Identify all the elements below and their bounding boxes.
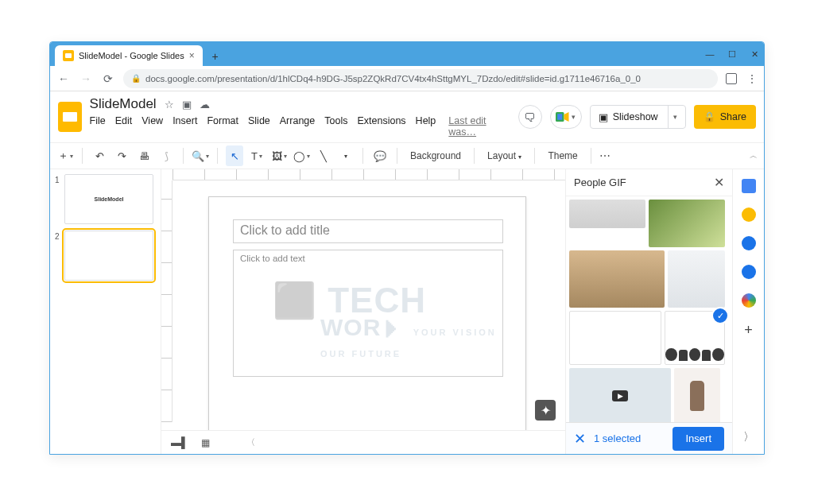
star-icon[interactable]: ☆ <box>165 99 174 110</box>
add-on-button[interactable]: + <box>744 322 753 339</box>
insert-label: Insert <box>685 432 711 444</box>
slideshow-dropdown[interactable]: ▾ <box>668 106 677 128</box>
paint-format-button[interactable]: ⟆ <box>157 145 175 166</box>
menu-insert[interactable]: Insert <box>172 115 197 138</box>
layout-button[interactable]: Layout ▾ <box>483 150 526 161</box>
menu-tools[interactable]: Tools <box>324 115 347 138</box>
line-tool[interactable]: ╲ <box>315 145 332 166</box>
print-button[interactable]: 🖶 <box>135 145 153 166</box>
share-button[interactable]: 🔒 Share <box>694 105 756 129</box>
ruler-horizontal <box>172 169 565 180</box>
insert-button[interactable]: Insert <box>673 427 724 451</box>
image-tool[interactable]: 🖼 <box>270 145 288 166</box>
filmstrip: 1 SlideModel 2 <box>50 169 161 454</box>
shape-tool[interactable]: ◯ <box>293 145 310 166</box>
slides-app: SlideModel ☆ ▣ ☁ File Edit View Insert F… <box>50 91 764 454</box>
contacts-icon[interactable] <box>742 265 756 279</box>
search-result[interactable] <box>668 250 725 308</box>
nav-forward-icon[interactable]: → <box>79 72 93 85</box>
search-result[interactable] <box>569 311 661 365</box>
play-icon: ▣ <box>599 111 608 123</box>
menu-arrange[interactable]: Arrange <box>280 115 315 138</box>
calendar-icon[interactable] <box>742 179 756 193</box>
last-edit-link[interactable]: Last edit was… <box>448 115 510 138</box>
menu-slide[interactable]: Slide <box>248 115 270 138</box>
comments-button[interactable]: 🗨 <box>518 105 542 129</box>
line-menu[interactable]: ▾ <box>337 145 355 166</box>
panel-collapse-icon[interactable]: 〈 <box>246 436 255 448</box>
search-result[interactable] <box>674 368 720 422</box>
chrome-menu-icon[interactable]: ⋮ <box>746 72 758 85</box>
window-titlebar: SlideModel - Google Slides × + — ☐ ✕ <box>50 42 764 66</box>
chevron-down-icon: ▾ <box>572 113 576 121</box>
close-panel-icon[interactable]: ✕ <box>714 175 724 190</box>
slide-canvas[interactable]: Click to add title Click to add text ⬛ T… <box>208 196 526 430</box>
maps-icon[interactable] <box>742 293 756 308</box>
textbox-tool[interactable]: T <box>248 145 266 166</box>
slideshow-button[interactable]: ▣ Slideshow ▾ <box>590 105 686 129</box>
search-results[interactable] <box>566 196 732 422</box>
menu-view[interactable]: View <box>141 115 163 138</box>
title-placeholder[interactable]: Click to add title <box>233 219 503 243</box>
search-result[interactable] <box>569 368 671 422</box>
share-label: Share <box>720 111 746 122</box>
browser-tab[interactable]: SlideModel - Google Slides × <box>55 45 203 66</box>
menu-edit[interactable]: Edit <box>115 115 133 138</box>
extensions-icon[interactable] <box>726 73 737 84</box>
cloud-status-icon[interactable]: ☁ <box>200 99 210 110</box>
new-tab-button[interactable]: + <box>206 47 225 66</box>
slide-thumbnail-1[interactable]: SlideModel <box>64 174 153 224</box>
move-icon[interactable]: ▣ <box>182 99 192 110</box>
zoom-button[interactable]: 🔍 <box>192 145 209 166</box>
search-result[interactable] <box>569 200 645 228</box>
menu-extensions[interactable]: Extensions <box>357 115 405 138</box>
tab-close-icon[interactable]: × <box>189 50 195 61</box>
search-panel-header: People GIF ✕ <box>566 169 732 196</box>
menu-help[interactable]: Help <box>416 115 436 138</box>
window-close-button[interactable]: ✕ <box>750 49 759 59</box>
meet-button[interactable]: ▾ <box>550 105 582 129</box>
workspace: 1 SlideModel 2 Click to add title Click … <box>50 169 764 454</box>
menu-file[interactable]: File <box>90 115 106 138</box>
filmstrip-view-icon[interactable]: ▬▌ <box>171 436 188 448</box>
undo-button[interactable]: ↶ <box>91 145 108 166</box>
nav-back-icon[interactable]: ← <box>56 72 71 85</box>
background-button[interactable]: Background <box>405 150 466 161</box>
lock-icon: 🔒 <box>704 111 715 122</box>
search-result-selected[interactable] <box>665 311 725 365</box>
companion-toggle-icon[interactable]: 〉 <box>743 430 754 444</box>
lock-icon: 🔒 <box>131 74 141 83</box>
toolbar-collapse-icon[interactable]: ︿ <box>750 150 758 161</box>
search-result[interactable] <box>569 250 665 308</box>
search-query: People GIF <box>574 176 626 188</box>
clear-selection-icon[interactable]: ✕ <box>574 430 586 448</box>
window-minimize-button[interactable]: — <box>705 49 715 59</box>
select-tool[interactable]: ↖ <box>226 145 243 166</box>
explore-button[interactable]: ✦ <box>535 400 556 421</box>
search-result[interactable] <box>649 200 725 247</box>
body-placeholder[interactable]: Click to add text <box>233 250 503 377</box>
new-slide-button[interactable]: ＋ <box>56 145 74 166</box>
comment-tool[interactable]: 💬 <box>371 145 389 166</box>
svg-rect-1 <box>557 114 562 120</box>
slide-stage[interactable]: Click to add title Click to add text ⬛ T… <box>161 180 565 430</box>
document-title[interactable]: SlideModel <box>90 96 157 112</box>
url-text: docs.google.com/presentation/d/1hlCDq4-h… <box>145 74 641 83</box>
menu-format[interactable]: Format <box>207 115 238 138</box>
slides-logo-icon[interactable] <box>58 102 82 132</box>
grid-view-icon[interactable]: ▦ <box>201 437 210 448</box>
redo-button[interactable]: ↷ <box>113 145 130 166</box>
meet-icon <box>556 111 570 122</box>
search-panel: People GIF ✕ ✕ <box>565 169 732 454</box>
window-maximize-button[interactable]: ☐ <box>727 49 737 59</box>
bottom-bar: ▬▌ ▦ 〈 <box>161 430 565 454</box>
slide-thumbnail-2[interactable] <box>64 231 153 281</box>
keep-icon[interactable] <box>742 207 756 222</box>
toolbar-more-icon[interactable]: ⋯ <box>599 149 611 162</box>
theme-button[interactable]: Theme <box>543 150 582 161</box>
nav-reload-icon[interactable]: ⟳ <box>101 72 115 85</box>
slides-favicon-icon <box>63 50 74 61</box>
url-field[interactable]: 🔒 docs.google.com/presentation/d/1hlCDq4… <box>123 69 718 88</box>
tasks-icon[interactable] <box>742 236 756 250</box>
menu-bar: File Edit View Insert Format Slide Arran… <box>90 115 510 138</box>
